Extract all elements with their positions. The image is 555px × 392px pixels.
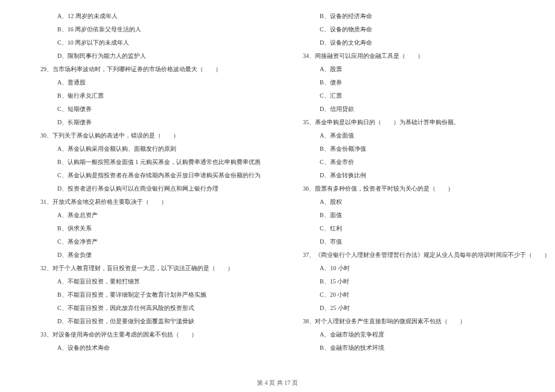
right-column: B、设备的经济寿命 C、设备的物质寿命 D、设备的文化寿命 34、间接融资可以应… bbox=[278, 12, 555, 362]
option-text: B、认购期一般按照基金面值 1 元购买基金，认购费率通常也比申购费率优惠 bbox=[57, 158, 256, 166]
option-text: C、汇票 bbox=[320, 92, 519, 100]
option-text: A、设备的技术寿命 bbox=[57, 344, 256, 352]
option-text: B、金融市场的技术环境 bbox=[320, 344, 519, 352]
option-text: B、设备的经济寿命 bbox=[320, 12, 519, 21]
option-text: C、20 小时 bbox=[320, 291, 519, 299]
option-text: B、基金份额净值 bbox=[320, 145, 519, 153]
option-text: A、普通股 bbox=[57, 78, 256, 87]
option-text: B、供求关系 bbox=[57, 224, 256, 233]
question-text: 33、对设备使用寿命的评估主要考虑的因素不包括（ ） bbox=[40, 330, 256, 339]
option-text: A、股权 bbox=[320, 198, 519, 206]
option-text: C、基金净资产 bbox=[57, 238, 256, 246]
option-text: B、面值 bbox=[320, 211, 519, 220]
option-text: A、基金认购采用金额认购、面额发行的原则 bbox=[57, 145, 256, 153]
option-text: D、基金负债 bbox=[57, 251, 256, 259]
option-text: D、市值 bbox=[320, 238, 519, 246]
option-text: D、设备的文化寿命 bbox=[320, 39, 519, 47]
option-text: A、10 小时 bbox=[320, 264, 519, 273]
question-text: 29、当市场利率波动时，下列哪种证券的市场价格波动最大（ ） bbox=[40, 65, 256, 74]
option-text: B、不能盲目投资，要详细制定子女教育计划并严格实施 bbox=[57, 291, 256, 299]
option-text: C、设备的物质寿命 bbox=[320, 25, 519, 34]
option-text: D、基金转换比例 bbox=[320, 171, 519, 180]
page-content: A、12 周岁的未成年人 B、16 周岁但依靠父母生活的人 C、10 周岁以下的… bbox=[0, 12, 555, 362]
page-footer: 第 4 页 共 17 页 bbox=[0, 379, 555, 387]
option-text: D、信用贷款 bbox=[320, 105, 519, 113]
left-column: A、12 周岁的未成年人 B、16 周岁但依靠父母生活的人 C、10 周岁以下的… bbox=[0, 12, 278, 362]
option-text: B、16 周岁但依靠父母生活的人 bbox=[57, 25, 256, 34]
option-text: A、股票 bbox=[320, 65, 519, 74]
question-text: 34、间接融资可以应用的金融工具是（ ） bbox=[303, 52, 519, 60]
question-text: 38、对个人理财业务产生直接影响的微观因素不包括（ ） bbox=[303, 317, 519, 326]
option-text: A、不能盲目投资，要精打细算 bbox=[57, 277, 256, 286]
option-text: C、红利 bbox=[320, 224, 519, 233]
option-text: D、长期债券 bbox=[57, 118, 256, 127]
option-text: B、银行承兑汇票 bbox=[57, 92, 256, 100]
option-text: C、短期债券 bbox=[57, 105, 256, 113]
option-text: D、不能盲目投资，但是要做到全面覆盖和宁滥毋缺 bbox=[57, 317, 256, 326]
question-text: 30、下列关于基金认购的表述中，错误的是（ ） bbox=[40, 131, 256, 140]
option-text: D、投资者进行基金认购可以在商业银行网点和网上银行办理 bbox=[57, 185, 256, 193]
option-text: A、基金总资产 bbox=[57, 211, 256, 220]
option-text: C、不能盲目投资，因此放弃任何高风险的投资形式 bbox=[57, 304, 256, 312]
option-text: B、15 小时 bbox=[320, 277, 519, 286]
option-text: D、限制民事行为能力人的监护人 bbox=[57, 52, 256, 60]
option-text: C、10 周岁以下的未成年人 bbox=[57, 39, 256, 47]
question-text: 32、对于个人教育理财，盲目投资是一大忌，以下说法正确的是（ ） bbox=[40, 264, 256, 273]
option-text: B、债券 bbox=[320, 78, 519, 87]
question-text: 36、股票有多种价值，投资者平时较为关心的是（ ） bbox=[303, 185, 519, 193]
option-text: A、基金面值 bbox=[320, 131, 519, 140]
option-text: C、基金认购是指投资者在基金存续期内基金开放日申请购买基金份额的行为 bbox=[57, 171, 256, 180]
question-text: 35、基金申购是以申购日的（ ）为基础计算申购份额。 bbox=[303, 118, 519, 127]
option-text: A、金融市场的竞争程度 bbox=[320, 330, 519, 339]
option-text: C、基金市价 bbox=[320, 158, 519, 166]
option-text: D、25 小时 bbox=[320, 304, 519, 312]
question-text: 37、《商业银行个人理财业务管理暂行办法》规定从业人员每年的培训时间应不少于（ … bbox=[303, 251, 519, 259]
option-text: A、12 周岁的未成年人 bbox=[57, 12, 256, 21]
question-text: 31、开放式基金地交易价格主要取决于（ ） bbox=[40, 198, 256, 206]
